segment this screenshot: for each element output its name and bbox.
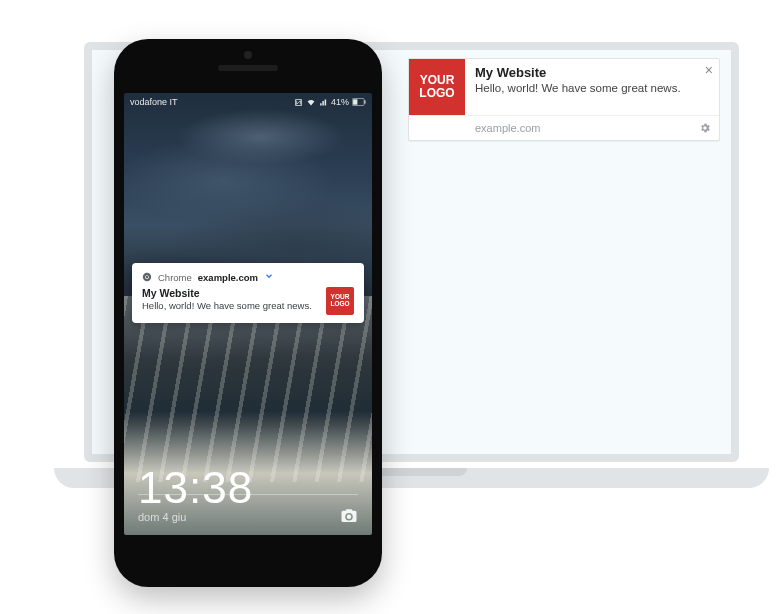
- nfc-icon: [294, 98, 303, 107]
- notification-message: Hello, world! We have some great news.: [475, 82, 713, 94]
- battery-text: 41%: [331, 97, 349, 107]
- svg-point-5: [146, 276, 149, 279]
- lockscreen: 13:38 dom 4 giu: [124, 463, 372, 535]
- android-notification[interactable]: Chrome example.com My Website Hello, wor…: [132, 263, 364, 323]
- wifi-icon: [306, 98, 316, 107]
- android-notification-message: Hello, world! We have some great news.: [142, 300, 312, 311]
- desktop-notification: YOUR LOGO × My Website Hello, world! We …: [408, 58, 720, 141]
- signal-icon: [319, 98, 328, 107]
- camera-icon[interactable]: [340, 507, 358, 525]
- phone-mockup: vodafone IT 41% Chrome example.com: [114, 39, 382, 587]
- svg-rect-1: [353, 99, 357, 104]
- phone-speaker: [218, 65, 278, 71]
- android-notification-title: My Website: [142, 287, 312, 299]
- notification-app-label: Chrome: [158, 272, 192, 283]
- gear-icon[interactable]: [699, 122, 711, 134]
- svg-rect-2: [364, 100, 365, 103]
- status-bar: vodafone IT 41%: [124, 93, 372, 111]
- notification-domain: example.com: [475, 122, 540, 134]
- wallpaper-sunrays: [124, 296, 372, 482]
- lockscreen-time: 13:38: [138, 463, 358, 513]
- close-icon[interactable]: ×: [705, 63, 713, 77]
- battery-icon: [352, 98, 366, 106]
- android-notification-logo: YOUR LOGO: [326, 287, 354, 315]
- notification-title: My Website: [475, 65, 713, 80]
- notification-logo: YOUR LOGO: [409, 59, 465, 115]
- phone-front-camera: [244, 51, 252, 59]
- chrome-icon: [142, 272, 152, 282]
- carrier-label: vodafone IT: [130, 97, 178, 107]
- notification-site-label: example.com: [198, 272, 258, 283]
- chevron-down-icon[interactable]: [264, 271, 274, 283]
- phone-screen: vodafone IT 41% Chrome example.com: [124, 93, 372, 535]
